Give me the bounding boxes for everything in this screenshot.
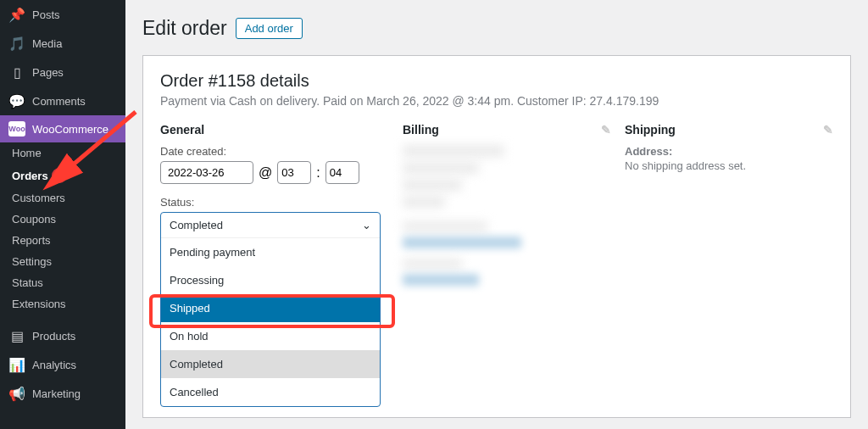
admin-sidebar: 📌 Posts 🎵 Media ▯ Pages 💬 Comments Woo W… [0, 0, 125, 429]
status-label: Status: [160, 196, 389, 209]
order-meta: Payment via Cash on delivery. Paid on Ma… [160, 94, 833, 108]
order-title: Order #1158 details [160, 71, 833, 91]
sidebar-sub-coupons[interactable]: Coupons [0, 209, 125, 230]
blurred-link [403, 274, 479, 286]
sidebar-sub-settings[interactable]: Settings [0, 251, 125, 272]
option-pending[interactable]: Pending payment [161, 238, 380, 266]
sidebar-sub-reports[interactable]: Reports [0, 230, 125, 251]
sidebar-item-posts[interactable]: 📌 Posts [0, 0, 125, 29]
shipping-heading: Shipping [625, 123, 676, 136]
chevron-down-icon: ⌄ [362, 219, 371, 231]
time-colon: : [316, 165, 320, 181]
option-onhold[interactable]: On hold [161, 322, 380, 350]
general-column: General Date created: @ : Status: Comple… [160, 123, 389, 407]
marketing-icon: 📢 [8, 385, 25, 402]
date-created-label: Date created: [160, 145, 389, 158]
hour-input[interactable] [277, 161, 311, 184]
sidebar-sub-orders[interactable]: Orders 1 [0, 164, 125, 187]
blurred-billing [403, 196, 445, 208]
pages-icon: ▯ [8, 64, 25, 81]
minute-input[interactable] [326, 161, 359, 184]
billing-column: Billing ✎ [403, 123, 611, 407]
sidebar-item-analytics[interactable]: 📊 Analytics [0, 350, 125, 379]
blurred-billing [403, 145, 504, 157]
general-heading: General [160, 123, 389, 136]
billing-heading: Billing [403, 123, 439, 136]
status-select[interactable]: Completed ⌄ Pending payment Processing S… [160, 212, 381, 407]
edit-shipping-icon[interactable]: ✎ [823, 123, 833, 136]
woo-icon: Woo [8, 121, 25, 136]
address-label: Address: [625, 145, 833, 158]
sidebar-item-pages[interactable]: ▯ Pages [0, 58, 125, 86]
sidebar-sub-home[interactable]: Home [0, 142, 125, 164]
blurred-billing [403, 259, 462, 269]
blurred-billing [403, 162, 479, 174]
sidebar-label: Marketing [32, 387, 81, 400]
page-title: Edit order [142, 17, 227, 40]
main-content: Edit order Add order Order #1158 details… [125, 0, 868, 429]
date-input[interactable] [160, 161, 253, 184]
analytics-icon: 📊 [8, 356, 25, 373]
option-completed[interactable]: Completed [161, 350, 380, 378]
sidebar-label: Media [32, 37, 62, 50]
option-cancelled[interactable]: Cancelled [161, 378, 380, 406]
sidebar-item-comments[interactable]: 💬 Comments [0, 86, 125, 115]
at-symbol: @ [259, 165, 272, 181]
page-header: Edit order Add order [142, 17, 851, 40]
sidebar-label: Posts [32, 8, 60, 21]
sidebar-sub-customers[interactable]: Customers [0, 187, 125, 209]
products-icon: ▤ [8, 327, 25, 344]
status-current[interactable]: Completed ⌄ [161, 213, 380, 237]
pin-icon: 📌 [8, 6, 25, 23]
sidebar-item-woocommerce[interactable]: Woo WooCommerce [0, 115, 125, 142]
option-processing[interactable]: Processing [161, 266, 380, 294]
sidebar-item-media[interactable]: 🎵 Media [0, 29, 125, 58]
sidebar-label: Analytics [32, 359, 76, 371]
sidebar-label: Products [32, 330, 75, 343]
sidebar-sub-status[interactable]: Status [0, 272, 125, 293]
sidebar-label: Pages [32, 66, 64, 79]
orders-count-badge: 1 [52, 168, 67, 183]
sidebar-label: Comments [32, 95, 86, 108]
shipping-column: Shipping ✎ Address: No shipping address … [625, 123, 833, 407]
sidebar-label: WooCommerce [32, 123, 108, 136]
sidebar-item-products[interactable]: ▤ Products [0, 321, 125, 350]
media-icon: 🎵 [8, 35, 25, 52]
comments-icon: 💬 [8, 92, 25, 109]
blurred-billing [403, 221, 487, 231]
address-text: No shipping address set. [625, 159, 833, 172]
option-shipped[interactable]: Shipped [161, 294, 380, 322]
add-order-button[interactable]: Add order [236, 18, 303, 39]
sidebar-sub-extensions[interactable]: Extensions [0, 293, 125, 315]
status-dropdown: Pending payment Processing Shipped On ho… [161, 237, 380, 406]
blurred-billing [403, 179, 462, 191]
blurred-link [403, 237, 521, 248]
sidebar-item-marketing[interactable]: 📢 Marketing [0, 379, 125, 408]
order-details-card: Order #1158 details Payment via Cash on … [142, 55, 851, 418]
edit-billing-icon[interactable]: ✎ [601, 123, 611, 136]
